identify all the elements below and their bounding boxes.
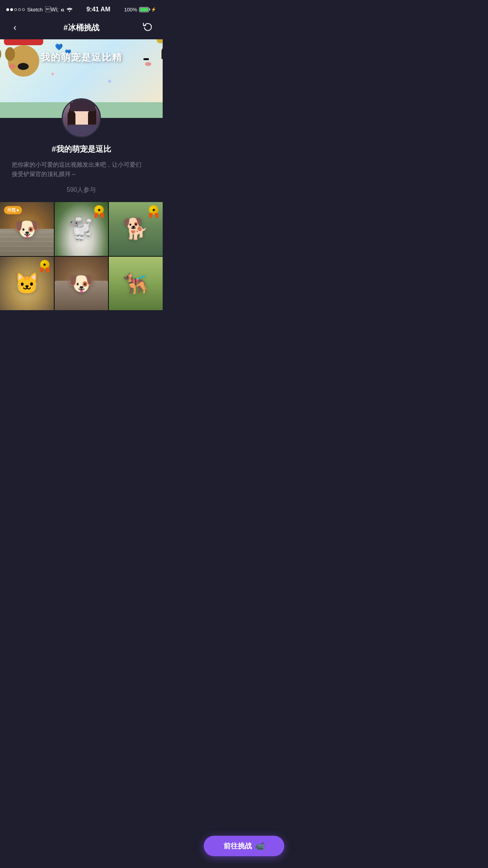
avatar-body [67, 125, 98, 136]
carrier-label: Sketch [27, 7, 43, 13]
dog-nose [18, 63, 29, 70]
wifi-icon [66, 7, 73, 12]
pug2-emoji: 🐶 [68, 272, 94, 296]
page-title: #冰桶挑战 [63, 22, 99, 33]
grid-photo-6: 🐕‍🦺 [109, 257, 163, 311]
medal-badge-4: ★ [39, 260, 51, 274]
status-right: 100% ⚡ [124, 7, 156, 13]
battery-body [139, 7, 149, 12]
grid-item-4[interactable]: 🐱 ★ [0, 257, 54, 311]
signal-dots [6, 8, 25, 11]
grid-item-1[interactable]: 🐶 示范 [0, 202, 54, 256]
medal-ribbon-right-3 [154, 213, 158, 218]
profile-section: #我的萌宠是逗比 把你家的小可爱的逗比视频发出来吧，让小可爱们接受铲屎官的顶礼膜… [0, 138, 163, 202]
medal-badge-3: ★ [148, 205, 160, 219]
signal-dot-5 [22, 8, 25, 11]
medal-ribbon-right-4 [46, 268, 50, 272]
dog-coat [4, 39, 43, 45]
banner-text: 我的萌宠是逗比精 [40, 51, 122, 64]
grid-item-3[interactable]: 🐕 ★ [109, 202, 163, 256]
medal-ribbon-right [100, 213, 104, 218]
dog-cheek-l [9, 64, 16, 69]
avatar-container [0, 98, 163, 138]
status-left: Sketch Wi; 𝛂 [6, 6, 73, 13]
car-dog-emoji: 🐕 [123, 217, 149, 241]
grid-photo-5: 🐶 [55, 257, 108, 311]
signal-dot-3 [14, 8, 17, 11]
medal-ribbon-left-4 [40, 268, 44, 272]
decoration-star: ❋ [108, 79, 112, 84]
back-button[interactable]: ‹ [8, 22, 22, 33]
medal-badge-2: ★ [93, 205, 105, 219]
berner-emoji: 🐕‍🦺 [123, 272, 149, 296]
svg-point-0 [69, 11, 70, 12]
signal-dot-2 [10, 8, 13, 11]
balloon1: 💙 [55, 43, 63, 51]
dog-ear-left [5, 47, 15, 61]
profile-title: #我的萌宠是逗比 [8, 144, 155, 154]
wifi-symbol: 𝛂 [61, 6, 64, 13]
signal-dot-1 [6, 8, 9, 11]
status-bar: Sketch Wi; 𝛂 9:41 AM 100% ⚡ [0, 0, 163, 17]
grid-item-2[interactable]: 🐩 ★ [55, 202, 108, 256]
medal-ribbon-left [94, 213, 98, 218]
badge-shifan: 示范 [4, 206, 22, 214]
participants-count: 590人参与 [8, 186, 155, 194]
photo-grid: 🐶 示范 🐩 ★ 🐕 ★ [0, 202, 163, 310]
cat-emoji: 🐱 [14, 272, 40, 296]
avatar-ring [62, 98, 101, 138]
person-cheek-r [145, 62, 151, 66]
profile-description: 把你家的小可爱的逗比视频发出来吧，让小可爱们接受铲屎官的顶礼膜拜～ [8, 160, 155, 179]
refresh-button[interactable] [141, 22, 155, 33]
medal-ribbon-left-3 [149, 213, 153, 218]
white-dog-emoji: 🐩 [68, 217, 94, 241]
battery-percent: 100% [124, 7, 137, 13]
status-time: 9:41 AM [86, 6, 110, 13]
charging-icon: ⚡ [151, 7, 156, 12]
signal-dot-4 [18, 8, 21, 11]
pug-emoji: 🐶 [14, 217, 40, 241]
grid-item-5[interactable]: 🐶 [55, 257, 108, 311]
decoration-heart: ♥ [51, 71, 54, 77]
battery-indicator [139, 7, 149, 12]
nav-bar: ‹ #冰桶挑战 [0, 17, 163, 39]
badge-text: 示范 [7, 207, 16, 213]
bottom-spacer [0, 310, 163, 342]
avatar-image [63, 99, 100, 136]
person-eye-r [143, 58, 149, 60]
wifi-icon: Wi; [45, 6, 59, 13]
grid-item-6[interactable]: 🐕‍🦺 [109, 257, 163, 311]
avatar-hat-top [73, 99, 92, 107]
battery-fill [140, 8, 148, 11]
